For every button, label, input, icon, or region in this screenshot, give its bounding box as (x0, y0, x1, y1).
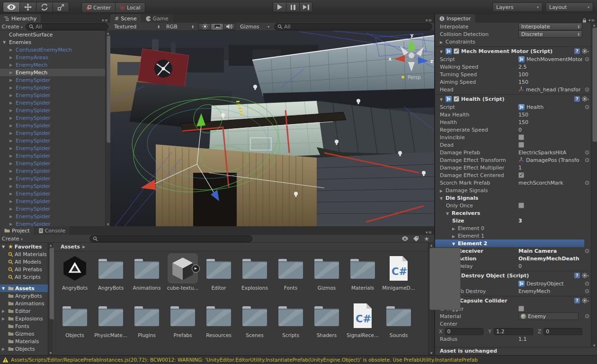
foldout-arrow[interactable] (9, 184, 16, 188)
foldout-arrow[interactable] (9, 177, 16, 181)
foldout-arrow[interactable] (9, 161, 16, 166)
foldout-arrow[interactable] (446, 210, 452, 216)
hierarchy-item[interactable]: EnemySpider (0, 99, 105, 107)
property-value[interactable]: Main Camera (518, 248, 557, 254)
asset-tile[interactable]: C# ▶ AngryBots (93, 253, 129, 301)
folder-tree-item[interactable]: Explosions (0, 315, 53, 322)
foldout-arrow[interactable] (9, 55, 16, 60)
foldout-arrow[interactable]: ▼ (2, 245, 7, 249)
folder-tree-item[interactable]: Objects (0, 345, 53, 353)
folder-tree-item[interactable]: Materials (0, 337, 53, 345)
foldout-arrow[interactable] (9, 78, 16, 82)
inspector-lock-icon[interactable]: ▾≡ (582, 18, 597, 23)
property-value[interactable]: 0 (518, 263, 522, 269)
draw-mode-dropdown[interactable]: Textured▲▼ (112, 23, 161, 30)
hierarchy-item[interactable]: EnemySpider (0, 220, 105, 226)
object-picker-icon[interactable]: ⊙ (585, 280, 589, 287)
asset-tile[interactable]: C# ▶ Prefabs (165, 301, 201, 348)
favorite-search-item[interactable]: All Models (0, 258, 53, 266)
panel-menu-icon[interactable]: ▾≡ (588, 18, 595, 23)
layout-dropdown[interactable]: Layout ▾ (545, 2, 593, 12)
pivot-toggle-button[interactable]: Center (81, 2, 115, 13)
asset-tile[interactable]: C# ▶ Resources (201, 301, 237, 348)
foldout-arrow[interactable] (9, 214, 16, 219)
hierarchy-item[interactable]: EnemySpider (0, 137, 105, 144)
status-bar[interactable]: Assets/Scripts/Editor/ReplacePrefabInsta… (0, 355, 597, 364)
foldout-arrow[interactable] (9, 63, 16, 67)
hierarchy-item[interactable]: EnemySpider (0, 175, 105, 182)
gizmos-dropdown[interactable]: Gizmos▾ (238, 23, 271, 30)
folder-tree-item[interactable]: Animations (0, 300, 53, 307)
property-value[interactable]: OnEnemyMechDeath (518, 256, 579, 262)
tab-game[interactable]: Game (142, 14, 173, 23)
scene-viewport[interactable]: y x z Persp (110, 31, 434, 226)
foldout-arrow[interactable] (9, 71, 16, 75)
object-picker-icon[interactable]: ⊙ (585, 179, 589, 186)
property-value[interactable]: Health (526, 104, 544, 110)
property-value[interactable]: 1 (518, 165, 522, 171)
property-value[interactable]: 100 (518, 71, 528, 78)
foldout-arrow[interactable] (440, 39, 446, 45)
foldout-arrow[interactable] (3, 40, 9, 44)
asset-tile[interactable]: C# ▶ AngryBots (57, 253, 93, 301)
scene-audio-toggle[interactable] (223, 23, 235, 30)
object-picker-icon[interactable]: ⊙ (585, 312, 589, 320)
object-picker-icon[interactable]: ⊙ (585, 287, 589, 295)
play-button[interactable] (273, 2, 286, 12)
hierarchy-item[interactable]: EnemySpider (0, 205, 105, 213)
hierarchy-create-button[interactable]: Create ▾ (2, 24, 23, 30)
console-status-message[interactable]: Assets/Scripts/Editor/ReplacePrefabInsta… (11, 357, 478, 363)
foldout-arrow[interactable] (9, 86, 16, 90)
tab-hierarchy[interactable]: Hierarchy (0, 14, 41, 23)
object-picker-icon[interactable]: ⊙ (585, 149, 589, 156)
assets-root-item[interactable]: ▼ Assets (0, 284, 53, 292)
property-checkbox[interactable] (518, 172, 524, 178)
y-field[interactable]: 1.2 (494, 328, 533, 335)
property-value[interactable]: DestroyObject (526, 281, 564, 287)
object-picker-icon[interactable]: ⊙ (585, 247, 589, 255)
folder-tree-item[interactable]: Gizmos (0, 330, 53, 337)
asset-tile[interactable]: C# ▶ Shaders (309, 301, 345, 348)
asset-tile[interactable]: C# ▶ Scripts (273, 301, 309, 348)
property-value[interactable]: mechScorchMark (518, 180, 563, 186)
space-toggle-button[interactable]: Local (115, 2, 145, 13)
gear-icon[interactable]: ▾ (582, 96, 589, 102)
foldout-arrow[interactable] (2, 309, 7, 313)
property-value[interactable]: MechMovementMotor (526, 56, 582, 62)
scale-tool-button[interactable] (53, 2, 69, 12)
foldout-arrow[interactable] (9, 48, 16, 52)
inspector-scrollbar[interactable]: ▲ ▼ (591, 23, 597, 347)
asset-tile[interactable]: C# ▶ cube-textu... (165, 253, 201, 301)
property-checkbox[interactable] (518, 134, 524, 140)
object-picker-icon[interactable]: ⊙ (585, 156, 589, 164)
hierarchy-item[interactable]: EnemyMech (0, 69, 105, 76)
foldout-arrow[interactable] (9, 131, 16, 135)
tab-inspector[interactable]: Inspector (435, 14, 475, 23)
asset-tile[interactable]: C# ▶ Explosions (237, 253, 273, 301)
foldout-arrow[interactable] (9, 222, 16, 226)
hierarchy-item[interactable]: EnemySpider (0, 114, 105, 122)
property-dropdown[interactable]: Discrete ▲▼ (518, 30, 582, 38)
hierarchy-search-input[interactable]: All (26, 23, 108, 30)
foldout-arrow[interactable] (9, 124, 16, 128)
foldout-arrow[interactable] (452, 240, 458, 247)
tab-scene[interactable]: # Scene (110, 14, 141, 23)
hierarchy-item[interactable]: EnemySpider (0, 197, 105, 205)
folder-tree-item[interactable]: Fonts (0, 322, 53, 330)
property-value[interactable]: 1.1 (518, 336, 527, 342)
asset-tile[interactable]: C# ▶ Fonts (273, 253, 309, 301)
foldout-arrow[interactable] (440, 48, 446, 54)
asset-tile[interactable]: C# ▶ Scenes (237, 301, 273, 348)
property-value[interactable]: 150 (518, 119, 528, 125)
hierarchy-item[interactable]: EnemySpider (0, 129, 105, 137)
gear-icon[interactable]: ▾ (582, 273, 589, 278)
hierarchy-item[interactable]: EnemySpider (0, 107, 105, 114)
asset-tile[interactable]: C# ▶ Animations (129, 253, 165, 301)
hierarchy-item[interactable]: EnemySpider (0, 84, 105, 91)
hierarchy-item[interactable]: EnemySpider (0, 152, 105, 160)
layers-dropdown[interactable]: Layers ▾ (492, 2, 543, 12)
property-dropdown[interactable]: Interpolate ▲▼ (518, 23, 582, 30)
hierarchy-item[interactable]: EnemySpider (0, 190, 105, 197)
panel-menu-icon[interactable]: ▾≡ (102, 18, 110, 23)
favorites-header[interactable]: ▼ ★ Favorites (0, 243, 53, 250)
